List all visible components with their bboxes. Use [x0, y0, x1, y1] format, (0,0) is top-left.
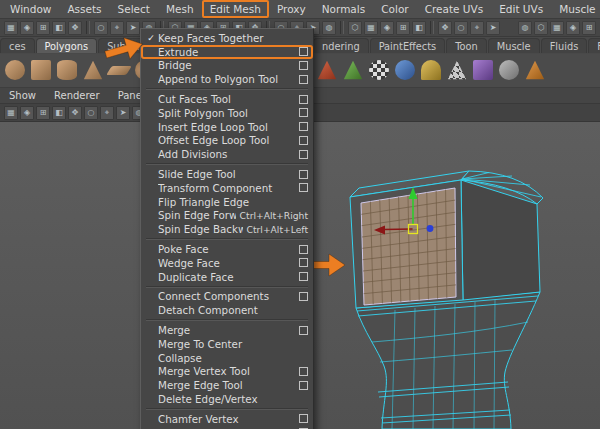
menu-item-merge[interactable]: Merge — [141, 323, 313, 337]
menu-item-duplicate-face[interactable]: Duplicate Face — [141, 270, 313, 284]
menu-item-poke-face[interactable]: Poke Face — [141, 242, 313, 256]
shelf-icon[interactable] — [499, 60, 519, 80]
menu-normals[interactable]: Normals — [314, 0, 373, 18]
poly-cube-icon[interactable] — [31, 60, 51, 80]
option-box-icon[interactable] — [299, 258, 308, 267]
panel-toolbar-icon[interactable]: ➤ — [116, 106, 130, 120]
menu-color[interactable]: Color — [373, 0, 416, 18]
menu-muscle[interactable]: Muscle — [551, 0, 600, 18]
menu-select[interactable]: Select — [110, 0, 158, 18]
menu-window[interactable]: Window — [2, 0, 59, 18]
option-box-icon[interactable] — [299, 170, 308, 179]
menu-item-collapse[interactable]: Collapse — [141, 351, 313, 365]
option-box-icon[interactable] — [299, 47, 308, 56]
status-icon[interactable]: ◍ — [322, 21, 336, 35]
status-icon[interactable]: ⊞ — [582, 21, 596, 35]
menu-item-insert-edge-loop-tool[interactable]: Insert Edge Loop Tool — [141, 120, 313, 134]
status-icon[interactable]: ⌖ — [470, 21, 484, 35]
status-icon[interactable]: ◈ — [380, 21, 394, 35]
shelf-tab-ndering[interactable]: ndering — [313, 38, 369, 53]
menu-proxy[interactable]: Proxy — [269, 0, 314, 18]
shelf-icon[interactable] — [317, 60, 337, 80]
menu-create-uvs[interactable]: Create UVs — [417, 0, 492, 18]
panel-menu-show[interactable]: Show — [0, 90, 45, 101]
shelf-tab-toon[interactable]: Toon — [446, 38, 487, 53]
option-box-icon[interactable] — [299, 95, 308, 104]
status-icon[interactable]: ◧ — [412, 21, 426, 35]
menu-item-keep-faces-together[interactable]: ✓Keep Faces Together — [141, 31, 313, 45]
status-icon[interactable]: ◧ — [52, 21, 66, 35]
poly-cylinder-icon[interactable] — [57, 60, 77, 80]
menu-edit-mesh[interactable]: Edit Mesh — [202, 0, 269, 18]
status-icon[interactable]: ➤ — [126, 21, 140, 35]
status-icon[interactable]: ▦ — [550, 21, 564, 35]
menu-item-connect-components[interactable]: Connect Components — [141, 290, 313, 304]
status-icon[interactable]: ✥ — [68, 21, 82, 35]
shelf-icon[interactable] — [525, 60, 545, 80]
option-box-icon[interactable] — [299, 136, 308, 145]
shelf-tab-fluids[interactable]: Fluids — [541, 38, 588, 53]
shelf-icon[interactable] — [473, 60, 493, 80]
poly-plane-icon[interactable] — [106, 66, 132, 75]
shelf-tab-painteffects[interactable]: PaintEffects — [370, 38, 446, 53]
poly-cone-icon[interactable] — [83, 60, 103, 80]
status-icon[interactable]: ◍ — [518, 21, 532, 35]
menu-mesh[interactable]: Mesh — [158, 0, 202, 18]
status-icon[interactable]: ○ — [454, 21, 468, 35]
status-icon[interactable]: ▦ — [364, 21, 378, 35]
menu-item-merge-edge-tool[interactable]: Merge Edge Tool — [141, 378, 313, 392]
menu-item-slide-edge-tool[interactable]: Slide Edge Tool — [141, 167, 313, 181]
menu-item-extrude[interactable]: Extrude — [141, 45, 313, 59]
status-icon[interactable]: ◈ — [566, 21, 580, 35]
status-icon[interactable]: ○ — [94, 21, 108, 35]
shelf-icon[interactable] — [447, 60, 467, 80]
panel-toolbar-icon[interactable]: ◧ — [52, 106, 66, 120]
shelf-tab-polygons[interactable]: Polygons — [36, 38, 98, 53]
option-box-icon[interactable] — [299, 326, 308, 335]
menu-item-split-polygon-tool[interactable]: Split Polygon Tool — [141, 106, 313, 120]
shelf-tab-ces[interactable]: ces — [0, 38, 35, 53]
shelf-tab-fur[interactable]: Fur — [588, 38, 600, 53]
option-box-icon[interactable] — [299, 381, 308, 390]
shelf-tab-muscle[interactable]: Muscle — [488, 38, 540, 53]
menu-item-flip-triangle-edge[interactable]: Flip Triangle Edge — [141, 195, 313, 209]
panel-toolbar-icon[interactable]: ⊞ — [36, 106, 50, 120]
status-icon[interactable]: ▦ — [4, 21, 18, 35]
menu-item-merge-vertex-tool[interactable]: Merge Vertex Tool — [141, 365, 313, 379]
option-box-icon[interactable] — [299, 108, 308, 117]
option-box-icon[interactable] — [299, 414, 308, 423]
menu-item-cut-faces-tool[interactable]: Cut Faces Tool — [141, 92, 313, 106]
menu-item-add-divisions[interactable]: Add Divisions — [141, 147, 313, 161]
panel-toolbar-icon[interactable]: ✥ — [68, 106, 82, 120]
menu-edit-uvs[interactable]: Edit UVs — [491, 0, 551, 18]
panel-toolbar-icon[interactable]: ▦ — [4, 106, 18, 120]
option-box-icon[interactable] — [299, 367, 308, 376]
option-box-icon[interactable] — [299, 150, 308, 159]
menu-item-offset-edge-loop-tool[interactable]: Offset Edge Loop Tool — [141, 134, 313, 148]
option-box-icon[interactable] — [299, 245, 308, 254]
option-box-icon[interactable] — [299, 122, 308, 131]
panel-menu-renderer[interactable]: Renderer — [45, 90, 109, 101]
menu-item-bridge[interactable]: Bridge — [141, 59, 313, 73]
shelf-icon[interactable] — [395, 60, 415, 80]
poly-sphere-icon[interactable] — [5, 60, 25, 80]
menu-item-spin-edge-backward[interactable]: Spin Edge BackwardCtrl+Alt+Left — [141, 222, 313, 236]
menu-item-delete-edge-vertex[interactable]: Delete Edge/Vertex — [141, 392, 313, 406]
panel-toolbar-icon[interactable]: ◈ — [20, 106, 34, 120]
menu-item-wedge-face[interactable]: Wedge Face — [141, 256, 313, 270]
menu-item-transform-component[interactable]: Transform Component — [141, 181, 313, 195]
menu-item-spin-edge-forward[interactable]: Spin Edge ForwardCtrl+Alt+Right — [141, 209, 313, 223]
menu-item-chamfer-vertex[interactable]: Chamfer Vertex — [141, 412, 313, 426]
status-icon[interactable]: ⌖ — [110, 21, 124, 35]
panel-toolbar-icon[interactable]: ⌖ — [100, 106, 114, 120]
option-box-icon[interactable] — [299, 183, 308, 192]
status-icon[interactable]: ➤ — [486, 21, 500, 35]
option-box-icon[interactable] — [299, 272, 308, 281]
status-icon[interactable]: ◈ — [20, 21, 34, 35]
option-box-icon[interactable] — [299, 75, 308, 84]
option-box-icon[interactable] — [299, 61, 308, 70]
status-icon[interactable]: ⊞ — [396, 21, 410, 35]
panel-toolbar-icon[interactable]: ○ — [84, 106, 98, 120]
option-box-icon[interactable] — [299, 292, 308, 301]
shelf-icon[interactable] — [343, 60, 363, 80]
